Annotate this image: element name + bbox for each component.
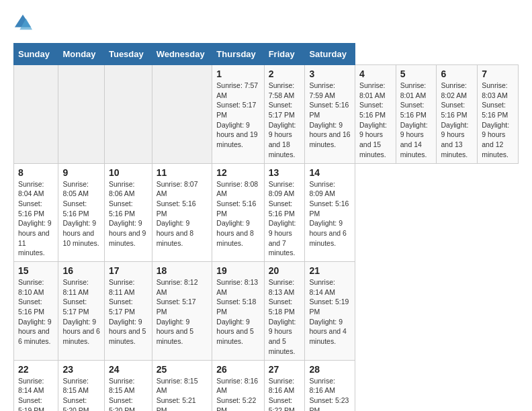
day-number: 15: [18, 265, 54, 276]
calendar-cell: 14Sunrise: 8:09 AMSunset: 5:16 PMDayligh…: [305, 163, 355, 262]
day-info: Sunrise: 8:15 AMSunset: 5:20 PMDaylight:…: [109, 376, 148, 412]
calendar-table: SundayMondayTuesdayWednesdayThursdayFrid…: [13, 43, 519, 411]
day-info: Sunrise: 8:08 AMSunset: 5:16 PMDaylight:…: [216, 179, 259, 248]
day-info: Sunrise: 8:11 AMSunset: 5:17 PMDaylight:…: [62, 277, 100, 347]
column-header-tuesday: Tuesday: [104, 44, 152, 65]
day-info: Sunrise: 8:15 AMSunset: 5:21 PMDaylight:…: [157, 376, 208, 412]
day-number: 4: [359, 68, 392, 79]
calendar-cell: 28Sunrise: 8:16 AMSunset: 5:23 PMDayligh…: [305, 360, 355, 411]
page-header: [13, 13, 519, 32]
logo-icon: [13, 13, 32, 32]
calendar-cell: 26Sunrise: 8:16 AMSunset: 5:22 PMDayligh…: [212, 360, 264, 411]
day-info: Sunrise: 8:05 AMSunset: 5:16 PMDaylight:…: [62, 179, 100, 248]
calendar-cell: 5Sunrise: 8:01 AMSunset: 5:16 PMDaylight…: [396, 65, 437, 164]
day-info: Sunrise: 8:07 AMSunset: 5:16 PMDaylight:…: [157, 179, 208, 248]
calendar-cell: 3Sunrise: 7:59 AMSunset: 5:16 PMDaylight…: [305, 65, 355, 164]
calendar-cell: 10Sunrise: 8:06 AMSunset: 5:16 PMDayligh…: [104, 163, 152, 262]
day-info: Sunrise: 8:09 AMSunset: 5:16 PMDaylight:…: [309, 179, 351, 248]
day-number: 25: [157, 364, 208, 375]
day-info: Sunrise: 8:01 AMSunset: 5:16 PMDaylight:…: [400, 81, 433, 160]
day-info: Sunrise: 8:02 AMSunset: 5:16 PMDaylight:…: [441, 81, 473, 160]
day-number: 17: [109, 265, 148, 276]
calendar-cell: 27Sunrise: 8:16 AMSunset: 5:22 PMDayligh…: [264, 360, 305, 411]
day-number: 26: [216, 364, 259, 375]
day-number: 11: [157, 167, 208, 178]
day-info: Sunrise: 8:03 AMSunset: 5:16 PMDaylight:…: [482, 81, 514, 160]
day-number: 13: [269, 167, 301, 178]
day-info: Sunrise: 7:59 AMSunset: 5:16 PMDaylight:…: [309, 81, 351, 150]
day-number: 20: [269, 265, 301, 276]
day-info: Sunrise: 8:10 AMSunset: 5:16 PMDaylight:…: [18, 277, 54, 347]
column-header-thursday: Thursday: [212, 44, 264, 65]
day-number: 23: [62, 364, 100, 375]
calendar-cell: 20Sunrise: 8:13 AMSunset: 5:18 PMDayligh…: [264, 262, 305, 361]
day-number: 1: [216, 68, 259, 79]
day-info: Sunrise: 8:04 AMSunset: 5:16 PMDaylight:…: [18, 179, 54, 259]
calendar-cell: [152, 65, 212, 164]
calendar-cell: 6Sunrise: 8:02 AMSunset: 5:16 PMDaylight…: [437, 65, 478, 164]
day-info: Sunrise: 8:11 AMSunset: 5:17 PMDaylight:…: [109, 277, 148, 347]
day-number: 5: [400, 68, 433, 79]
day-info: Sunrise: 7:58 AMSunset: 5:17 PMDaylight:…: [269, 81, 301, 160]
calendar-week-row: 1Sunrise: 7:57 AMSunset: 5:17 PMDaylight…: [14, 65, 519, 164]
day-number: 21: [309, 265, 351, 276]
day-number: 14: [309, 167, 351, 178]
column-header-monday: Monday: [58, 44, 105, 65]
day-info: Sunrise: 7:57 AMSunset: 5:17 PMDaylight:…: [216, 81, 259, 150]
calendar-cell: 19Sunrise: 8:13 AMSunset: 5:18 PMDayligh…: [212, 262, 264, 361]
day-info: Sunrise: 8:06 AMSunset: 5:16 PMDaylight:…: [109, 179, 148, 248]
day-info: Sunrise: 8:13 AMSunset: 5:18 PMDaylight:…: [216, 277, 259, 347]
calendar-header-row: SundayMondayTuesdayWednesdayThursdayFrid…: [14, 44, 519, 65]
day-info: Sunrise: 8:16 AMSunset: 5:23 PMDaylight:…: [309, 376, 351, 412]
calendar-cell: 13Sunrise: 8:09 AMSunset: 5:16 PMDayligh…: [264, 163, 305, 262]
calendar-week-row: 15Sunrise: 8:10 AMSunset: 5:16 PMDayligh…: [14, 262, 519, 361]
calendar-cell: 18Sunrise: 8:12 AMSunset: 5:17 PMDayligh…: [152, 262, 212, 361]
calendar-cell: 23Sunrise: 8:15 AMSunset: 5:20 PMDayligh…: [58, 360, 105, 411]
calendar-cell: 25Sunrise: 8:15 AMSunset: 5:21 PMDayligh…: [152, 360, 212, 411]
calendar-cell: 11Sunrise: 8:07 AMSunset: 5:16 PMDayligh…: [152, 163, 212, 262]
column-header-saturday: Saturday: [305, 44, 355, 65]
calendar-cell: 15Sunrise: 8:10 AMSunset: 5:16 PMDayligh…: [14, 262, 58, 361]
day-number: 28: [309, 364, 351, 375]
day-number: 27: [269, 364, 301, 375]
day-number: 24: [109, 364, 148, 375]
calendar-cell: [14, 65, 58, 164]
calendar-cell: 21Sunrise: 8:14 AMSunset: 5:19 PMDayligh…: [305, 262, 355, 361]
calendar-cell: 17Sunrise: 8:11 AMSunset: 5:17 PMDayligh…: [104, 262, 152, 361]
day-number: 10: [109, 167, 148, 178]
calendar-cell: 1Sunrise: 7:57 AMSunset: 5:17 PMDaylight…: [212, 65, 264, 164]
day-number: 8: [18, 167, 54, 178]
calendar-cell: 24Sunrise: 8:15 AMSunset: 5:20 PMDayligh…: [104, 360, 152, 411]
calendar-week-row: 8Sunrise: 8:04 AMSunset: 5:16 PMDaylight…: [14, 163, 519, 262]
calendar-cell: [58, 65, 105, 164]
day-number: 22: [18, 364, 54, 375]
day-info: Sunrise: 8:16 AMSunset: 5:22 PMDaylight:…: [269, 376, 301, 412]
day-info: Sunrise: 8:15 AMSunset: 5:20 PMDaylight:…: [62, 376, 100, 412]
day-info: Sunrise: 8:12 AMSunset: 5:17 PMDaylight:…: [157, 277, 208, 347]
calendar-cell: 22Sunrise: 8:14 AMSunset: 5:19 PMDayligh…: [14, 360, 58, 411]
day-info: Sunrise: 8:01 AMSunset: 5:16 PMDaylight:…: [359, 81, 392, 160]
column-header-friday: Friday: [264, 44, 305, 65]
calendar-cell: 2Sunrise: 7:58 AMSunset: 5:17 PMDaylight…: [264, 65, 305, 164]
day-number: 9: [62, 167, 100, 178]
day-number: 16: [62, 265, 100, 276]
calendar-cell: 12Sunrise: 8:08 AMSunset: 5:16 PMDayligh…: [212, 163, 264, 262]
column-header-sunday: Sunday: [14, 44, 58, 65]
calendar-cell: [104, 65, 152, 164]
calendar-cell: 16Sunrise: 8:11 AMSunset: 5:17 PMDayligh…: [58, 262, 105, 361]
calendar-cell: 8Sunrise: 8:04 AMSunset: 5:16 PMDaylight…: [14, 163, 58, 262]
day-number: 12: [216, 167, 259, 178]
day-info: Sunrise: 8:13 AMSunset: 5:18 PMDaylight:…: [269, 277, 301, 357]
day-info: Sunrise: 8:14 AMSunset: 5:19 PMDaylight:…: [309, 277, 351, 347]
day-info: Sunrise: 8:09 AMSunset: 5:16 PMDaylight:…: [269, 179, 301, 259]
day-number: 6: [441, 68, 473, 79]
day-number: 2: [269, 68, 301, 79]
calendar-cell: 9Sunrise: 8:05 AMSunset: 5:16 PMDaylight…: [58, 163, 105, 262]
day-number: 7: [482, 68, 514, 79]
day-info: Sunrise: 8:14 AMSunset: 5:19 PMDaylight:…: [18, 376, 54, 412]
calendar-cell: 7Sunrise: 8:03 AMSunset: 5:16 PMDaylight…: [478, 65, 519, 164]
calendar-cell: 4Sunrise: 8:01 AMSunset: 5:16 PMDaylight…: [355, 65, 396, 164]
day-number: 18: [157, 265, 208, 276]
column-header-wednesday: Wednesday: [152, 44, 212, 65]
logo: [13, 13, 35, 32]
